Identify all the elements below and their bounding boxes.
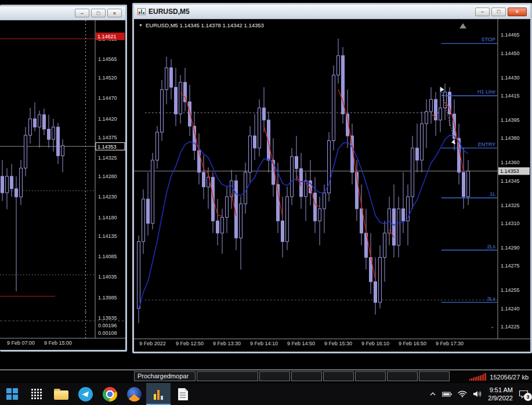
svg-text:1.13985: 1.13985 — [98, 295, 117, 301]
status-cell — [197, 371, 258, 381]
svg-text:H1 Line: H1 Line — [477, 89, 495, 95]
chrome-button[interactable] — [97, 383, 122, 405]
svg-text:+: + — [491, 325, 494, 330]
status-cell — [419, 371, 450, 381]
left-chart-canvas[interactable]: 1.146151.145651.145201.144701.144201.143… — [0, 20, 125, 350]
ohlc-header[interactable]: ▼ EURUSD,M5 1.14345 1.14378 1.14342 1.14… — [139, 22, 264, 28]
file-explorer-button[interactable] — [49, 383, 73, 405]
battery-icon — [442, 392, 452, 397]
svg-text:1L: 1L — [490, 191, 495, 197]
svg-text:1.14450: 1.14450 — [501, 50, 520, 56]
svg-text:1.14180: 1.14180 — [98, 215, 117, 220]
document-button[interactable] — [171, 383, 195, 405]
document-icon — [178, 388, 188, 400]
minimize-button[interactable]: – — [475, 8, 490, 16]
status-cell — [259, 371, 290, 381]
left-chart-client: 1.146151.145651.145201.144701.144201.143… — [0, 20, 125, 350]
svg-text:1.14430: 1.14430 — [501, 75, 520, 81]
chevron-up-icon — [429, 392, 436, 396]
taskbar-clock[interactable]: 9:51 AM 2/9/2022 — [488, 386, 513, 403]
battery-button[interactable] — [442, 392, 452, 397]
action-center-button[interactable]: 3 — [519, 390, 529, 399]
clock-date: 2/9/2022 — [488, 394, 513, 402]
svg-text:9 Feb 2022: 9 Feb 2022 — [139, 341, 166, 346]
svg-text:1.14275: 1.14275 — [501, 263, 520, 269]
clock-time: 9:51 AM — [490, 386, 513, 394]
folder-icon — [54, 390, 68, 400]
desktop: – □ × 1.146151.145651.145201.144701.1442… — [0, 0, 532, 405]
svg-text:9 Feb 12:50: 9 Feb 12:50 — [176, 341, 204, 346]
traffic-label: 152056/27 kb — [490, 374, 529, 381]
svg-text:9 Feb 16:50: 9 Feb 16:50 — [399, 341, 426, 346]
svg-text:1.14325: 1.14325 — [501, 202, 520, 208]
svg-text:1.14621: 1.14621 — [97, 34, 117, 39]
status-cell — [387, 371, 418, 381]
svg-text:2Ls: 2Ls — [487, 244, 495, 249]
telegram-button[interactable] — [73, 383, 97, 405]
chart-window-icon — [137, 8, 146, 15]
close-button[interactable]: × — [508, 8, 527, 16]
notification-badge: 3 — [524, 393, 532, 401]
svg-text:3Ls: 3Ls — [487, 296, 495, 302]
window-title: EURUSD,M5 — [149, 8, 190, 16]
status-traffic[interactable]: 152056/27 kb — [469, 373, 532, 381]
svg-text:1.14310: 1.14310 — [501, 220, 520, 226]
svg-text:1.14345: 1.14345 — [501, 178, 520, 184]
svg-text:9 Feb 16:10: 9 Feb 16:10 — [361, 341, 389, 346]
svg-text:1.14240: 1.14240 — [501, 306, 520, 312]
svg-text:1.14280: 1.14280 — [98, 173, 117, 179]
ohlc-values: EURUSD,M5 1.14345 1.14378 1.14342 1.1435… — [146, 22, 264, 28]
wifi-button[interactable] — [458, 390, 467, 397]
svg-text:1.14415: 1.14415 — [501, 93, 520, 99]
svg-text:1.14380: 1.14380 — [501, 135, 520, 141]
minimize-button[interactable]: – — [75, 9, 89, 17]
wifi-icon — [458, 390, 467, 397]
svg-text:ENTRY: ENTRY — [478, 142, 495, 147]
svg-text:1.14395: 1.14395 — [501, 117, 520, 123]
svg-text:1.14420: 1.14420 — [98, 116, 117, 122]
right-chart-canvas[interactable]: STOPH1 LineENTRY1L2Ls3Ls1.144651.144501.… — [134, 19, 530, 352]
start-button[interactable] — [0, 383, 24, 405]
status-cell — [291, 371, 322, 381]
svg-text:1.14135: 1.14135 — [98, 233, 117, 239]
metatrader-icon — [154, 388, 163, 400]
app-grid-button[interactable] — [24, 383, 49, 405]
left-chart-window: – □ × 1.146151.145651.145201.144701.1442… — [0, 5, 127, 352]
svg-text:1.14565: 1.14565 — [98, 56, 117, 62]
firefox-icon — [127, 387, 142, 402]
system-tray: 9:51 AM 2/9/2022 3 — [429, 383, 532, 405]
firefox-button[interactable] — [122, 383, 146, 405]
svg-text:1.14470: 1.14470 — [98, 95, 117, 101]
svg-text:9 Feb 15:30: 9 Feb 15:30 — [324, 341, 352, 346]
app-grid-icon — [31, 389, 42, 399]
svg-text:1.14375: 1.14375 — [98, 135, 117, 140]
svg-text:9 Feb 14:50: 9 Feb 14:50 — [287, 341, 315, 346]
left-window-titlebar[interactable]: – □ × — [0, 6, 125, 20]
telegram-icon — [78, 387, 93, 402]
tray-chevron-button[interactable] — [429, 392, 436, 396]
svg-text:1.14360: 1.14360 — [501, 160, 520, 165]
status-cell — [323, 371, 354, 381]
close-button[interactable]: × — [107, 9, 122, 17]
maximize-button[interactable]: □ — [491, 8, 506, 16]
svg-text:9 Feb 15:00: 9 Feb 15:00 — [44, 340, 72, 346]
maximize-button[interactable]: □ — [91, 9, 106, 17]
price-axis: 1.146151.145651.145201.144701.144201.143… — [98, 36, 117, 321]
symbol-dropdown-icon[interactable]: ▼ — [139, 23, 143, 27]
svg-text:9 Feb 07:00: 9 Feb 07:00 — [7, 340, 35, 346]
right-chart-client: STOPH1 LineENTRY1L2Ls3Ls1.144651.144501.… — [134, 19, 530, 352]
svg-text:1.13935: 1.13935 — [98, 315, 117, 321]
status-cell — [355, 371, 386, 381]
volume-button[interactable] — [473, 390, 482, 397]
windows-logo-icon — [6, 388, 18, 400]
svg-text:1.14353: 1.14353 — [97, 144, 117, 150]
metatrader-button[interactable] — [146, 383, 171, 405]
right-window-titlebar[interactable]: EURUSD,M5 – □ × — [134, 5, 530, 19]
left-window-controls: – □ × — [75, 9, 122, 17]
svg-text:1.14255: 1.14255 — [501, 287, 520, 293]
traffic-bars-icon — [469, 373, 486, 381]
svg-text:1.14035: 1.14035 — [98, 274, 117, 280]
svg-text:1.14085: 1.14085 — [98, 254, 117, 259]
svg-text:+: + — [84, 309, 87, 314]
svg-text:9 Feb 17:30: 9 Feb 17:30 — [436, 341, 464, 346]
